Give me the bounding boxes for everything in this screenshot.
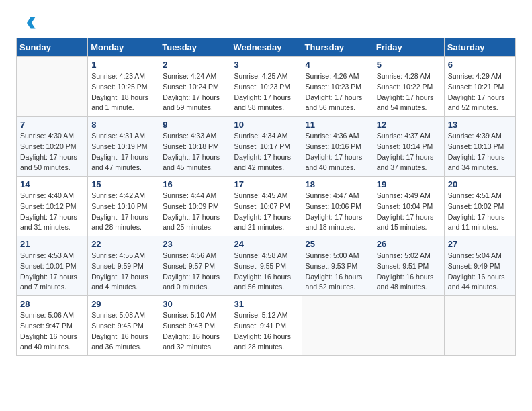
day-number: 9 (163, 120, 226, 130)
calendar-cell: 18Sunrise: 4:47 AM Sunset: 10:06 PM Dayl… (302, 177, 373, 236)
day-info: Sunrise: 4:53 AM Sunset: 10:01 PM Daylig… (20, 250, 84, 293)
calendar-cell: 25Sunrise: 5:00 AM Sunset: 9:53 PM Dayli… (302, 236, 373, 296)
day-number: 19 (377, 179, 441, 189)
calendar-cell: 16Sunrise: 4:44 AM Sunset: 10:09 PM Dayl… (159, 177, 230, 236)
calendar-cell: 14Sunrise: 4:40 AM Sunset: 10:12 PM Dayl… (17, 177, 88, 236)
calendar-cell: 15Sunrise: 4:42 AM Sunset: 10:10 PM Dayl… (88, 177, 159, 236)
calendar-cell: 5Sunrise: 4:28 AM Sunset: 10:22 PM Dayli… (373, 57, 444, 117)
day-number: 8 (91, 120, 155, 130)
day-info: Sunrise: 5:08 AM Sunset: 9:45 PM Dayligh… (91, 310, 155, 353)
day-number: 13 (448, 120, 512, 130)
calendar-cell: 7Sunrise: 4:30 AM Sunset: 10:20 PM Dayli… (17, 117, 88, 177)
calendar-week-1: 1Sunrise: 4:23 AM Sunset: 10:25 PM Dayli… (17, 57, 516, 117)
calendar-cell (17, 57, 88, 117)
day-number: 18 (306, 179, 369, 189)
day-number: 20 (448, 179, 512, 189)
day-number: 24 (234, 239, 298, 249)
day-info: Sunrise: 4:33 AM Sunset: 10:18 PM Daylig… (163, 131, 226, 173)
calendar-header-monday: Monday (88, 38, 159, 57)
day-number: 26 (377, 239, 441, 249)
calendar-header-saturday: Saturday (444, 38, 515, 57)
day-info: Sunrise: 4:29 AM Sunset: 10:21 PM Daylig… (448, 71, 512, 113)
day-info: Sunrise: 4:56 AM Sunset: 9:57 PM Dayligh… (163, 250, 226, 293)
calendar-cell: 17Sunrise: 4:45 AM Sunset: 10:07 PM Dayl… (230, 177, 302, 236)
day-info: Sunrise: 4:23 AM Sunset: 10:25 PM Daylig… (91, 71, 155, 113)
page: SundayMondayTuesdayWednesdayThursdayFrid… (0, 0, 532, 369)
calendar-cell (302, 296, 373, 356)
day-number: 29 (91, 299, 155, 309)
day-number: 14 (20, 179, 84, 189)
calendar-cell: 27Sunrise: 5:04 AM Sunset: 9:49 PM Dayli… (444, 236, 515, 296)
day-info: Sunrise: 4:28 AM Sunset: 10:22 PM Daylig… (377, 71, 441, 113)
day-number: 5 (377, 60, 441, 70)
day-info: Sunrise: 5:02 AM Sunset: 9:51 PM Dayligh… (377, 250, 441, 293)
day-info: Sunrise: 5:04 AM Sunset: 9:49 PM Dayligh… (448, 250, 512, 293)
calendar-week-4: 21Sunrise: 4:53 AM Sunset: 10:01 PM Dayl… (17, 236, 516, 296)
calendar-cell: 9Sunrise: 4:33 AM Sunset: 10:18 PM Dayli… (159, 117, 230, 177)
day-number: 21 (20, 239, 84, 249)
calendar-cell: 13Sunrise: 4:39 AM Sunset: 10:13 PM Dayl… (444, 117, 515, 177)
day-info: Sunrise: 4:31 AM Sunset: 10:19 PM Daylig… (91, 131, 155, 173)
calendar-cell: 12Sunrise: 4:37 AM Sunset: 10:14 PM Dayl… (373, 117, 444, 177)
calendar-cell (373, 296, 444, 356)
calendar-header-wednesday: Wednesday (230, 38, 302, 57)
day-info: Sunrise: 5:00 AM Sunset: 9:53 PM Dayligh… (306, 250, 369, 293)
calendar-cell: 20Sunrise: 4:51 AM Sunset: 10:02 PM Dayl… (444, 177, 515, 236)
day-info: Sunrise: 4:37 AM Sunset: 10:14 PM Daylig… (377, 131, 441, 173)
calendar-cell: 8Sunrise: 4:31 AM Sunset: 10:19 PM Dayli… (88, 117, 159, 177)
day-info: Sunrise: 5:06 AM Sunset: 9:47 PM Dayligh… (20, 310, 84, 353)
day-number: 22 (91, 239, 155, 249)
day-number: 12 (377, 120, 441, 130)
calendar-header-thursday: Thursday (302, 38, 373, 57)
day-info: Sunrise: 4:24 AM Sunset: 10:24 PM Daylig… (163, 71, 226, 113)
day-number: 7 (20, 120, 84, 130)
day-info: Sunrise: 4:39 AM Sunset: 10:13 PM Daylig… (448, 131, 512, 173)
calendar-cell (444, 296, 515, 356)
calendar-week-3: 14Sunrise: 4:40 AM Sunset: 10:12 PM Dayl… (17, 177, 516, 236)
day-number: 4 (306, 60, 369, 70)
day-info: Sunrise: 4:55 AM Sunset: 9:59 PM Dayligh… (91, 250, 155, 293)
day-number: 10 (234, 120, 298, 130)
day-number: 28 (20, 299, 84, 309)
calendar-cell: 1Sunrise: 4:23 AM Sunset: 10:25 PM Dayli… (88, 57, 159, 117)
day-info: Sunrise: 4:25 AM Sunset: 10:23 PM Daylig… (234, 71, 298, 113)
day-number: 17 (234, 179, 298, 189)
day-info: Sunrise: 4:36 AM Sunset: 10:16 PM Daylig… (306, 131, 369, 173)
svg-marker-0 (27, 17, 36, 29)
day-info: Sunrise: 4:42 AM Sunset: 10:10 PM Daylig… (91, 191, 155, 233)
calendar-cell: 19Sunrise: 4:49 AM Sunset: 10:04 PM Dayl… (373, 177, 444, 236)
day-info: Sunrise: 4:47 AM Sunset: 10:06 PM Daylig… (306, 191, 369, 233)
calendar-cell: 21Sunrise: 4:53 AM Sunset: 10:01 PM Dayl… (17, 236, 88, 296)
calendar-week-2: 7Sunrise: 4:30 AM Sunset: 10:20 PM Dayli… (17, 117, 516, 177)
calendar-cell: 26Sunrise: 5:02 AM Sunset: 9:51 PM Dayli… (373, 236, 444, 296)
calendar-cell: 10Sunrise: 4:34 AM Sunset: 10:17 PM Dayl… (230, 117, 302, 177)
day-number: 11 (306, 120, 369, 130)
day-number: 16 (163, 179, 226, 189)
calendar-cell: 23Sunrise: 4:56 AM Sunset: 9:57 PM Dayli… (159, 236, 230, 296)
day-info: Sunrise: 4:44 AM Sunset: 10:09 PM Daylig… (163, 191, 226, 233)
day-number: 27 (448, 239, 512, 249)
day-info: Sunrise: 4:49 AM Sunset: 10:04 PM Daylig… (377, 191, 441, 233)
calendar-cell: 22Sunrise: 4:55 AM Sunset: 9:59 PM Dayli… (88, 236, 159, 296)
calendar-cell: 30Sunrise: 5:10 AM Sunset: 9:43 PM Dayli… (159, 296, 230, 356)
day-info: Sunrise: 4:45 AM Sunset: 10:07 PM Daylig… (234, 191, 298, 233)
calendar-cell: 29Sunrise: 5:08 AM Sunset: 9:45 PM Dayli… (88, 296, 159, 356)
day-number: 1 (91, 60, 155, 70)
calendar-cell: 11Sunrise: 4:36 AM Sunset: 10:16 PM Dayl… (302, 117, 373, 177)
day-info: Sunrise: 4:58 AM Sunset: 9:55 PM Dayligh… (234, 250, 298, 293)
logo-icon (17, 13, 36, 32)
day-info: Sunrise: 4:40 AM Sunset: 10:12 PM Daylig… (20, 191, 84, 233)
header (16, 13, 516, 32)
day-number: 25 (306, 239, 369, 249)
logo (16, 13, 36, 32)
calendar-cell: 31Sunrise: 5:12 AM Sunset: 9:41 PM Dayli… (230, 296, 302, 356)
calendar: SundayMondayTuesdayWednesdayThursdayFrid… (16, 38, 516, 356)
day-info: Sunrise: 5:10 AM Sunset: 9:43 PM Dayligh… (163, 310, 226, 353)
day-info: Sunrise: 4:51 AM Sunset: 10:02 PM Daylig… (448, 191, 512, 233)
day-info: Sunrise: 5:12 AM Sunset: 9:41 PM Dayligh… (234, 310, 298, 353)
day-info: Sunrise: 4:26 AM Sunset: 10:23 PM Daylig… (306, 71, 369, 113)
day-number: 23 (163, 239, 226, 249)
calendar-cell: 28Sunrise: 5:06 AM Sunset: 9:47 PM Dayli… (17, 296, 88, 356)
calendar-header-tuesday: Tuesday (159, 38, 230, 57)
day-number: 30 (163, 299, 226, 309)
